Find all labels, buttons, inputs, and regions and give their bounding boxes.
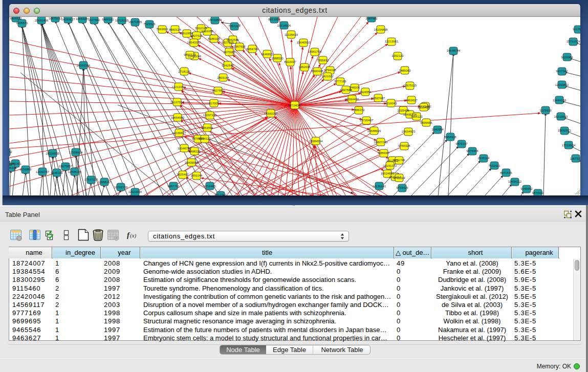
svg-text:1405571: 1405571: [16, 21, 28, 25]
svg-text:9716485: 9716485: [204, 185, 216, 188]
svg-text:1691144: 1691144: [191, 174, 203, 177]
svg-text:8186328: 8186328: [208, 37, 220, 40]
svg-text:1588520: 1588520: [271, 57, 284, 60]
svg-text:20206535: 20206535: [46, 152, 60, 155]
svg-text:16107554: 16107554: [170, 101, 184, 104]
svg-text:6216043: 6216043: [385, 102, 397, 105]
svg-text:9605572: 9605572: [10, 17, 22, 20]
svg-text:10719155: 10719155: [115, 19, 129, 22]
svg-text:9657791: 9657791: [167, 185, 180, 188]
svg-text:1167531: 1167531: [570, 157, 580, 160]
svg-text:10654112: 10654112: [508, 180, 522, 183]
svg-text:9699695: 9699695: [420, 121, 432, 124]
svg-text:8213400: 8213400: [418, 106, 430, 109]
svg-text:20691406: 20691406: [35, 19, 49, 22]
svg-text:18724007: 18724007: [288, 104, 302, 107]
svg-text:7886372: 7886372: [353, 108, 365, 112]
svg-text:9741224: 9741224: [393, 177, 405, 180]
svg-text:19166827: 19166827: [172, 132, 186, 135]
svg-text:1092123: 1092123: [391, 54, 404, 57]
svg-text:18300295: 18300295: [264, 112, 278, 115]
svg-text:3675685: 3675685: [223, 51, 235, 54]
svg-text:10507487: 10507487: [372, 97, 385, 100]
svg-text:9890123: 9890123: [184, 53, 196, 56]
svg-text:9084067: 9084067: [378, 151, 390, 155]
svg-text:(x): (x): [130, 232, 137, 239]
svg-text:14093637: 14093637: [61, 18, 75, 21]
svg-text:16961758: 16961758: [308, 50, 322, 53]
svg-text:9146821: 9146821: [261, 53, 273, 56]
svg-text:9534123: 9534123: [199, 137, 211, 140]
svg-text:7485063: 7485063: [399, 69, 411, 72]
svg-text:1112543: 1112543: [573, 28, 580, 31]
svg-text:8454749: 8454749: [246, 48, 258, 51]
svg-text:16543392: 16543392: [187, 41, 201, 44]
svg-text:16648784: 16648784: [447, 49, 461, 52]
svg-text:9416058: 9416058: [201, 30, 213, 33]
svg-text:2620352: 2620352: [9, 150, 12, 154]
svg-text:17957225: 17957225: [84, 178, 98, 181]
svg-text:16409948: 16409948: [185, 161, 199, 164]
svg-text:8471676: 8471676: [500, 171, 512, 174]
svg-text:16033809: 16033809: [208, 18, 222, 21]
svg-text:9498222: 9498222: [188, 150, 201, 153]
svg-text:12942757: 12942757: [36, 170, 50, 173]
svg-text:5322123: 5322123: [195, 27, 207, 30]
svg-text:1156869: 1156869: [20, 168, 32, 171]
svg-text:7625402: 7625402: [177, 173, 189, 176]
svg-text:9756928: 9756928: [398, 144, 410, 147]
svg-text:18807249: 18807249: [374, 141, 388, 144]
svg-text:6879197: 6879197: [455, 142, 468, 145]
svg-text:19218506: 19218506: [277, 24, 291, 27]
svg-text:1025438: 1025438: [397, 109, 409, 112]
svg-text:15751074: 15751074: [567, 40, 580, 43]
svg-text:15692971: 15692971: [558, 129, 572, 132]
svg-text:16782759: 16782759: [114, 186, 128, 189]
svg-text:8322037: 8322037: [284, 60, 296, 63]
svg-text:1885061: 1885061: [9, 162, 21, 165]
svg-text:9242848: 9242848: [222, 64, 234, 67]
svg-text:1939154: 1939154: [9, 166, 17, 169]
svg-text:9474444: 9474444: [466, 149, 478, 152]
svg-text:12213382: 12213382: [172, 85, 186, 89]
svg-text:1145194: 1145194: [51, 171, 63, 174]
svg-text:9827512: 9827512: [190, 34, 203, 37]
svg-text:19975857: 19975857: [59, 165, 73, 168]
svg-text:15640910: 15640910: [297, 41, 311, 44]
svg-text:3215933: 3215933: [539, 109, 552, 112]
svg-text:10653287: 10653287: [76, 17, 90, 20]
svg-text:817005: 817005: [209, 102, 220, 105]
svg-text:9712341: 9712341: [214, 193, 227, 195]
svg-text:10958167: 10958167: [98, 181, 112, 184]
svg-text:12213961: 12213961: [385, 40, 399, 43]
svg-text:2367608: 2367608: [233, 45, 246, 48]
svg-text:6794028: 6794028: [324, 69, 336, 72]
svg-text:15720407: 15720407: [360, 119, 374, 122]
svg-text:16671355: 16671355: [128, 20, 142, 24]
svg-text:20364436: 20364436: [345, 98, 359, 101]
svg-text:16210643: 16210643: [554, 115, 568, 118]
svg-text:10688609: 10688609: [367, 129, 381, 133]
svg-text:7515526: 7515526: [143, 23, 156, 26]
svg-text:7955812: 7955812: [317, 59, 329, 62]
svg-text:9953594: 9953594: [201, 126, 213, 129]
svg-text:7663822: 7663822: [156, 28, 168, 31]
svg-text:12923466: 12923466: [128, 190, 142, 193]
svg-text:8990448: 8990448: [311, 70, 323, 73]
svg-text:1640954: 1640954: [431, 128, 444, 131]
svg-text:1421022: 1421022: [321, 75, 334, 78]
svg-text:7632621: 7632621: [488, 164, 500, 167]
svg-text:9329966: 9329966: [561, 56, 573, 59]
svg-text:17359924: 17359924: [69, 151, 83, 154]
svg-text:9245652: 9245652: [520, 187, 533, 190]
svg-text:17016504: 17016504: [562, 144, 576, 147]
svg-text:16154808: 16154808: [374, 28, 388, 31]
svg-text:13267130: 13267130: [203, 114, 217, 117]
svg-text:9733426: 9733426: [396, 186, 408, 189]
svg-text:9751746: 9751746: [393, 159, 405, 162]
svg-text:11325419: 11325419: [285, 33, 298, 36]
svg-text:14136141: 14136141: [373, 185, 386, 188]
svg-text:2687682: 2687682: [365, 17, 378, 20]
svg-text:2718126: 2718126: [178, 70, 190, 73]
svg-text:9474411: 9474411: [532, 191, 545, 194]
